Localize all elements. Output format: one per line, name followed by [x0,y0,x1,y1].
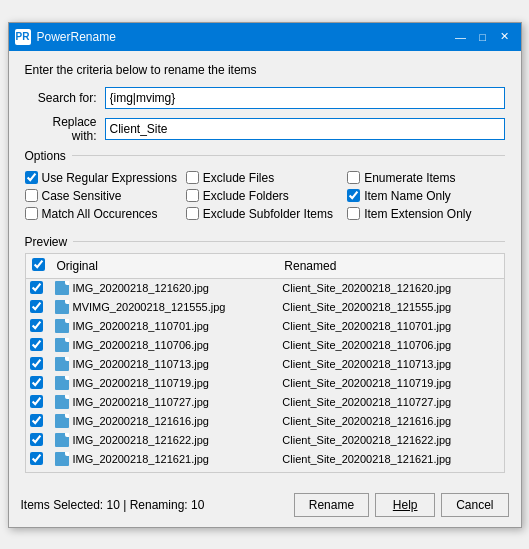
option-exclude-subfolder[interactable]: Exclude Subfolder Items [186,207,343,221]
option-use-regex[interactable]: Use Regular Expressions [25,171,182,185]
item-name-only-checkbox[interactable] [347,189,360,202]
status-text: Items Selected: 10 | Renaming: 10 [21,498,205,512]
search-input[interactable] [105,87,505,109]
row-checkbox[interactable] [30,357,43,370]
renamed-cell: Client_Site_20200218_110701.jpg [278,317,503,336]
use-regex-checkbox[interactable] [25,171,38,184]
original-filename: IMG_20200218_121622.jpg [73,434,209,446]
item-name-only-label: Item Name Only [364,189,451,203]
option-match-all[interactable]: Match All Occurences [25,207,182,221]
file-icon [55,376,69,390]
original-filename: IMG_20200218_110727.jpg [73,396,209,408]
file-icon [55,338,69,352]
col-original-header: Original [51,254,279,279]
preview-title: Preview [25,235,68,249]
app-icon: PR [15,29,31,45]
file-icon [55,357,69,371]
replace-row: Replace with: [25,115,505,143]
row-checkbox[interactable] [30,433,43,446]
table-row: IMG_20200218_121620.jpgClient_Site_20200… [26,278,504,298]
original-cell: IMG_20200218_121616.jpg [51,412,279,431]
row-checkbox[interactable] [30,414,43,427]
footer-buttons: Rename Help Cancel [294,493,509,517]
original-cell: IMG_20200218_110701.jpg [51,317,279,336]
table-row: IMG_20200218_110706.jpgClient_Site_20200… [26,336,504,355]
row-checkbox[interactable] [30,281,43,294]
col-renamed-header: Renamed [278,254,503,279]
preview-table: Original Renamed IMG_20200218_121620.jpg… [26,254,504,469]
original-cell: IMG_20200218_121622.jpg [51,431,279,450]
original-cell: IMG_20200218_121621.jpg [51,450,279,469]
intro-text: Enter the criteria below to rename the i… [25,63,505,77]
row-checkbox[interactable] [30,395,43,408]
help-button[interactable]: Help [375,493,435,517]
exclude-subfolder-checkbox[interactable] [186,207,199,220]
rename-button[interactable]: Rename [294,493,369,517]
file-icon [55,281,69,295]
search-row: Search for: [25,87,505,109]
option-exclude-files[interactable]: Exclude Files [186,171,343,185]
table-row: IMG_20200218_110701.jpgClient_Site_20200… [26,317,504,336]
original-filename: IMG_20200218_110706.jpg [73,339,209,351]
select-all-checkbox[interactable] [32,258,45,271]
original-cell: IMG_20200218_110706.jpg [51,336,279,355]
titlebar: PR PowerRename — □ ✕ [9,23,521,51]
table-row: IMG_20200218_121622.jpgClient_Site_20200… [26,431,504,450]
original-filename: IMG_20200218_110701.jpg [73,320,209,332]
renamed-cell: Client_Site_20200218_121622.jpg [278,431,503,450]
enumerate-items-label: Enumerate Items [364,171,455,185]
file-icon [55,300,69,314]
preview-divider [73,241,504,242]
close-button[interactable]: ✕ [495,28,515,46]
table-row: IMG_20200218_121621.jpgClient_Site_20200… [26,450,504,469]
enumerate-items-checkbox[interactable] [347,171,360,184]
preview-table-wrap[interactable]: Original Renamed IMG_20200218_121620.jpg… [25,253,505,473]
minimize-button[interactable]: — [451,28,471,46]
file-icon [55,433,69,447]
renamed-cell: Client_Site_20200218_121616.jpg [278,412,503,431]
original-filename: IMG_20200218_121620.jpg [73,282,209,294]
file-icon [55,452,69,466]
renamed-cell: Client_Site_20200218_110713.jpg [278,355,503,374]
match-all-label: Match All Occurences [42,207,158,221]
options-divider [72,155,505,156]
renamed-cell: Client_Site_20200218_121555.jpg [278,298,503,317]
table-row: IMG_20200218_121616.jpgClient_Site_20200… [26,412,504,431]
option-case-sensitive[interactable]: Case Sensitive [25,189,182,203]
table-row: MVIMG_20200218_121555.jpgClient_Site_202… [26,298,504,317]
original-filename: MVIMG_20200218_121555.jpg [73,301,226,313]
original-cell: MVIMG_20200218_121555.jpg [51,298,279,317]
option-item-name-only[interactable]: Item Name Only [347,189,504,203]
search-label: Search for: [25,91,105,105]
window-controls: — □ ✕ [451,28,515,46]
original-cell: IMG_20200218_110727.jpg [51,393,279,412]
match-all-checkbox[interactable] [25,207,38,220]
original-filename: IMG_20200218_110713.jpg [73,358,209,370]
item-ext-only-checkbox[interactable] [347,207,360,220]
replace-label: Replace with: [25,115,105,143]
row-checkbox[interactable] [30,300,43,313]
case-sensitive-label: Case Sensitive [42,189,122,203]
table-row: IMG_20200218_110713.jpgClient_Site_20200… [26,355,504,374]
table-row: IMG_20200218_110719.jpgClient_Site_20200… [26,374,504,393]
preview-section-header: Preview [25,235,505,249]
cancel-button[interactable]: Cancel [441,493,508,517]
option-enumerate-items[interactable]: Enumerate Items [347,171,504,185]
original-cell: IMG_20200218_121620.jpg [51,278,279,298]
row-checkbox[interactable] [30,376,43,389]
option-item-ext-only[interactable]: Item Extension Only [347,207,504,221]
row-checkbox[interactable] [30,338,43,351]
option-exclude-folders[interactable]: Exclude Folders [186,189,343,203]
options-grid: Use Regular Expressions Exclude Files En… [25,167,505,225]
case-sensitive-checkbox[interactable] [25,189,38,202]
replace-input[interactable] [105,118,505,140]
row-checkbox[interactable] [30,452,43,465]
exclude-files-checkbox[interactable] [186,171,199,184]
exclude-folders-checkbox[interactable] [186,189,199,202]
row-checkbox[interactable] [30,319,43,332]
exclude-subfolder-label: Exclude Subfolder Items [203,207,333,221]
original-filename: IMG_20200218_121621.jpg [73,453,209,465]
renamed-cell: Client_Site_20200218_110706.jpg [278,336,503,355]
maximize-button[interactable]: □ [473,28,493,46]
main-window: PR PowerRename — □ ✕ Enter the criteria … [8,22,522,528]
